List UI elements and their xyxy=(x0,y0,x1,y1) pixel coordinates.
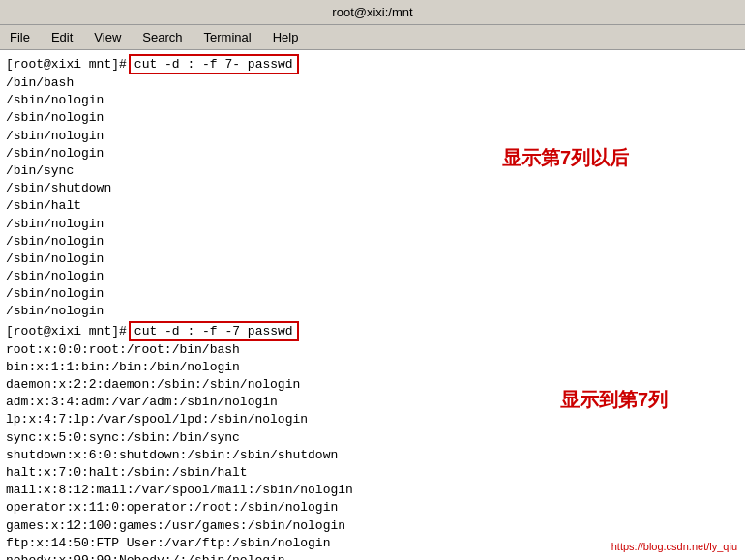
command-line-1: [root@xixi mnt]# cut -d : -f 7- passwd xyxy=(6,54,739,74)
menu-terminal[interactable]: Terminal xyxy=(198,28,257,46)
menu-view[interactable]: View xyxy=(88,28,127,46)
menu-search[interactable]: Search xyxy=(136,28,188,46)
menu-file[interactable]: File xyxy=(4,28,36,46)
title-bar: root@xixi:/mnt xyxy=(0,0,745,25)
command-line-2: [root@xixi mnt]# cut -d : -f -7 passwd xyxy=(6,321,739,341)
command-box-1: cut -d : -f 7- passwd xyxy=(129,54,299,74)
annotation-label-1: 显示第7列以后 xyxy=(502,145,629,171)
output-block-1: /bin/bash /sbin/nologin /sbin/nologin /s… xyxy=(6,74,739,321)
menu-edit[interactable]: Edit xyxy=(45,28,78,46)
menu-bar[interactable]: File Edit View Search Terminal Help xyxy=(0,25,745,50)
prompt-2: [root@xixi mnt]# xyxy=(6,324,127,339)
watermark: https://blog.csdn.net/ly_qiu xyxy=(611,541,737,552)
menu-help[interactable]: Help xyxy=(267,28,305,46)
command-box-2: cut -d : -f -7 passwd xyxy=(129,321,299,341)
prompt-1: [root@xixi mnt]# xyxy=(6,57,127,72)
window-title: root@xixi:/mnt xyxy=(332,5,412,19)
terminal-window: root@xixi:/mnt File Edit View Search Ter… xyxy=(0,0,745,560)
terminal-body[interactable]: [root@xixi mnt]# cut -d : -f 7- passwd /… xyxy=(0,50,745,560)
output-block-2: root:x:0:0:root:/root:/bin/bash bin:x:1:… xyxy=(6,341,739,560)
annotation-label-2: 显示到第7列 xyxy=(560,387,668,413)
